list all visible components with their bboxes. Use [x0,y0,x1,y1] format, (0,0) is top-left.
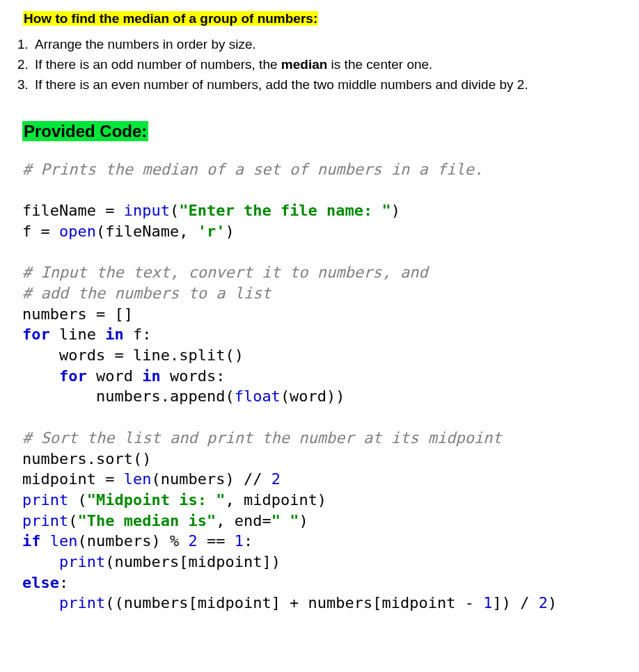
code-text: == [198,532,235,550]
code-text: line [50,326,105,343]
code-builtin: print [59,594,105,611]
code-number: 1 [483,594,492,611]
code-text: f = [22,223,59,240]
step-text: If there is an odd number of numbers, th… [35,57,281,72]
code-text: ) [548,594,557,611]
code-text: fileName = [22,202,124,219]
code-keyword: for [22,326,50,343]
code-text: words: [161,367,226,385]
code-text: numbers.sort() [22,450,151,467]
code-string: "The median is" [77,512,216,529]
code-text: , midpoint) [225,491,326,509]
code-text: f: [124,326,152,343]
code-builtin: len [124,470,152,488]
code-number: 2 [271,470,281,488]
code-number: 2 [539,594,548,611]
code-keyword: if [22,532,41,550]
code-text: ) [299,512,308,529]
code-number: 2 [188,532,197,550]
code-text: word [87,367,142,385]
code-keyword: in [105,326,124,343]
code-comment: # add the numbers to a list [22,285,271,302]
list-item: Arrange the numbers in order by size. [32,34,626,54]
section-heading-highlight: Provided Code: [22,121,148,141]
code-builtin: input [124,202,170,219]
code-text: ((numbers[midpoint] + numbers[midpoint - [105,594,483,611]
code-text: midpoint = [22,470,124,488]
code-text: : [59,574,68,591]
code-builtin: print [59,553,105,570]
median-steps-list: Arrange the numbers in order by size. If… [13,34,626,95]
code-text: (word)) [281,387,345,405]
code-text: ( [68,491,87,509]
step-bold: median [281,57,328,72]
code-text: ) [391,202,400,219]
code-text [22,553,59,570]
code-text [41,532,50,550]
code-number: 1 [235,532,244,550]
heading-highlight: How to find the median of a group of num… [23,11,318,26]
document-page: How to find the median of a group of num… [0,0,639,634]
code-text: numbers.append( [22,387,235,405]
code-text: (fileName, [96,223,198,240]
code-comment: # Prints the median of a set of numbers … [22,161,483,178]
code-comment: # Input the text, convert it to numbers,… [22,264,428,281]
heading-wrap: How to find the median of a group of num… [23,10,626,29]
code-comment: # Sort the list and print the number at … [22,429,502,447]
code-string: 'r' [198,223,226,240]
code-text: ]) / [493,594,539,611]
code-text [22,367,59,385]
code-text: (numbers) // [151,470,271,488]
code-text: (numbers) % [78,532,189,550]
code-string: "Enter the file name: " [179,202,391,219]
code-builtin: len [50,532,78,550]
list-item: If there is an odd number of numbers, th… [32,54,626,74]
code-string: " " [271,512,299,529]
code-builtin: open [59,223,96,240]
code-text: numbers = [] [22,305,133,323]
code-text: ( [170,202,179,219]
step-text-after: is the center one. [327,57,432,72]
code-text: ) [225,223,234,240]
code-keyword: in [142,367,161,385]
list-item: If there is an even number of numbers, a… [32,74,626,95]
code-text: , end= [216,512,271,529]
step-text: Arrange the numbers in order by size. [35,37,256,51]
code-block: # Prints the median of a set of numbers … [22,159,626,614]
code-builtin: print [22,491,68,509]
code-keyword: for [59,367,87,385]
code-keyword: else [22,574,59,591]
code-text: ( [68,512,77,529]
code-text: (numbers[midpoint]) [105,553,281,570]
code-text: words = line.split() [22,346,244,364]
code-text: : [244,532,253,550]
section-heading-wrap: Provided Code: [22,122,626,141]
code-builtin: float [235,387,281,405]
code-string: "Midpoint is: " [87,491,226,509]
code-text [22,594,59,611]
code-builtin: print [22,512,68,529]
step-text: If there is an even number of numbers, a… [35,77,528,92]
